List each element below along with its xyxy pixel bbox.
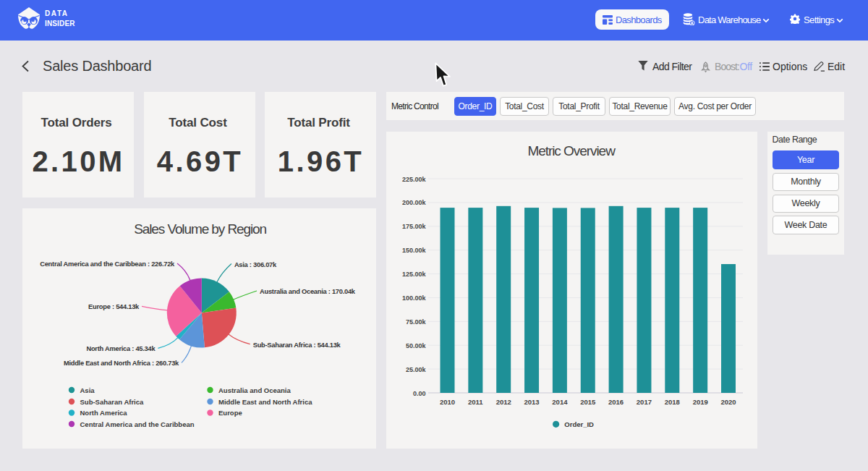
svg-text:Central America and the Caribb: Central America and the Caribbean: [80, 420, 195, 428]
svg-text:Australia and Oceania : 170.04: Australia and Oceania : 170.04k: [260, 288, 356, 295]
svg-text:125.00k: 125.00k: [402, 271, 427, 278]
svg-text:North America: North America: [80, 409, 128, 417]
svg-text:200.00k: 200.00k: [402, 199, 427, 206]
svg-text:Metric Overview: Metric Overview: [527, 143, 616, 158]
svg-text:Sub-Saharan Africa: Sub-Saharan Africa: [80, 398, 145, 406]
svg-text:Asia: Asia: [80, 386, 95, 394]
svg-text:North America : 45.34k: North America : 45.34k: [86, 345, 156, 352]
svg-text:50.00k: 50.00k: [406, 342, 427, 349]
svg-text:225.00k: 225.00k: [402, 176, 427, 183]
svg-text:Sales Volume by Region: Sales Volume by Region: [134, 221, 266, 237]
svg-text:2016: 2016: [608, 398, 624, 406]
svg-text:2014: 2014: [552, 398, 568, 406]
svg-text:Asia : 306.07k: Asia : 306.07k: [234, 261, 277, 268]
svg-text:2012: 2012: [496, 398, 511, 406]
svg-text:2018: 2018: [665, 398, 680, 406]
svg-text:Middle East and North Africa: Middle East and North Africa: [218, 398, 312, 406]
svg-text:Australia and Oceania: Australia and Oceania: [218, 386, 292, 394]
svg-text:2011: 2011: [468, 398, 483, 406]
svg-text:2019: 2019: [693, 398, 708, 406]
svg-text:Order_ID: Order_ID: [564, 420, 594, 428]
svg-text:Sub-Saharan Africa : 544.13k: Sub-Saharan Africa : 544.13k: [253, 341, 341, 349]
svg-text:Middle East and North Africa :: Middle East and North Africa : 260.73k: [64, 360, 179, 367]
svg-text:2013: 2013: [524, 398, 540, 406]
svg-text:2010: 2010: [440, 398, 455, 406]
svg-text:25.00k: 25.00k: [406, 366, 427, 373]
svg-text:2015: 2015: [580, 398, 596, 406]
svg-text:75.00k: 75.00k: [406, 318, 427, 326]
svg-text:150.00k: 150.00k: [402, 247, 427, 254]
svg-text:175.00k: 175.00k: [402, 223, 427, 230]
svg-text:100.00k: 100.00k: [402, 294, 427, 302]
svg-text:Europe: Europe: [218, 409, 242, 417]
svg-text:2017: 2017: [637, 398, 652, 406]
svg-text:2020: 2020: [720, 398, 736, 406]
svg-text:Central America and the Caribb: Central America and the Caribbean : 226.…: [40, 260, 175, 268]
svg-text:0.00: 0.00: [413, 390, 426, 397]
svg-text:Europe : 544.13k: Europe : 544.13k: [88, 303, 140, 310]
